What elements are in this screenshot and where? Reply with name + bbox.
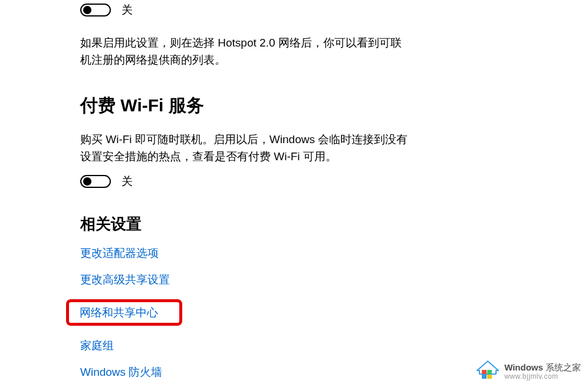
svg-rect-1 (482, 370, 487, 374)
watermark-line1: Windows 系统之家 (504, 363, 581, 373)
watermark-text: Windows 系统之家 www.bjjmlv.com (504, 363, 581, 381)
hotspot-toggle[interactable] (80, 4, 111, 16)
watermark: Windows 系统之家 www.bjjmlv.com (476, 360, 581, 383)
svg-rect-2 (487, 370, 492, 374)
related-settings-heading: 相关设置 (80, 214, 588, 234)
hotspot-description: 如果启用此设置，则在选择 Hotspot 2.0 网络后，你可以看到可联机注册的… (80, 34, 410, 69)
windows-logo-icon (476, 360, 500, 383)
link-homegroup[interactable]: 家庭组 (80, 340, 114, 351)
paid-wifi-toggle-row: 关 (80, 174, 588, 189)
link-network-sharing-center[interactable]: 网络和共享中心 (80, 307, 158, 318)
toggle-knob-icon (83, 177, 91, 186)
hotspot-toggle-label: 关 (121, 2, 133, 18)
svg-rect-4 (487, 375, 492, 379)
settings-content: 关 如果启用此设置，则在选择 Hotspot 2.0 网络后，你可以看到可联机注… (0, 2, 588, 387)
paid-wifi-toggle-label: 关 (121, 174, 133, 189)
link-windows-firewall[interactable]: Windows 防火墙 (80, 366, 162, 378)
link-advanced-sharing[interactable]: 更改高级共享设置 (80, 274, 170, 285)
hotspot-toggle-row: 关 (80, 2, 588, 18)
svg-rect-3 (482, 375, 487, 379)
toggle-knob-icon (83, 6, 91, 14)
link-adapter-options[interactable]: 更改适配器选项 (80, 247, 159, 259)
highlight-annotation: 网络和共享中心 (66, 299, 182, 326)
watermark-line2: www.bjjmlv.com (504, 373, 581, 381)
paid-wifi-heading: 付费 Wi-Fi 服务 (80, 94, 588, 118)
paid-wifi-description: 购买 Wi-Fi 即可随时联机。启用以后，Windows 会临时连接到没有设置安… (80, 131, 410, 166)
paid-wifi-toggle[interactable] (80, 175, 111, 188)
